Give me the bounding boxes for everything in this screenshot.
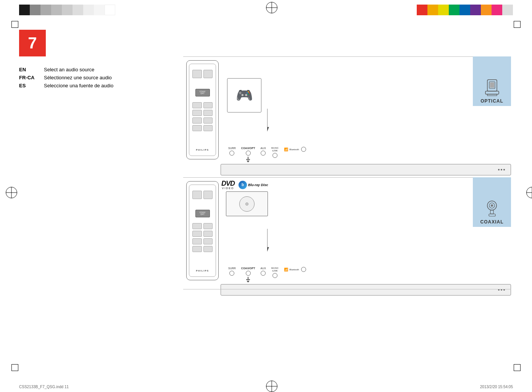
lang-code-en: EN [19,67,36,72]
section-divider-line [183,177,511,178]
svg-rect-4 [490,82,494,88]
color-bar-right [417,5,513,15]
reg-corner-tl [11,21,18,28]
lang-text-en: Select an audio source [44,67,94,72]
svg-point-11 [491,204,493,207]
gaming-console-device: 🎮 [225,74,271,120]
optical-label-box: OPTICAL [473,56,511,106]
remote-2: COAX/OPT PHILIPS [186,181,219,280]
footer-right: 2013/2/20 15:54:05 [480,385,513,389]
page-number: 7 [28,34,37,52]
lang-code-es: ES [19,83,36,88]
optical-label: OPTICAL [480,98,503,104]
disc-logos: DVD VIDEO b Blu-ray Disc [221,180,268,190]
reg-corner-bl [11,364,18,371]
dvd-player [226,191,272,218]
footer-left: CSS2133B_F7_QSG.indd 11 [19,385,69,389]
language-labels: EN Select an audio source FR-CA Sélectio… [19,67,113,91]
remote-1: COAX/OPT PHILIPS [186,60,219,159]
reg-corner-tr [514,21,521,28]
section2-arrow [267,229,298,253]
svg-marker-8 [267,247,269,252]
footer: CSS2133B_F7_QSG.indd 11 2013/2/20 15:54:… [19,385,513,389]
svg-rect-5 [485,91,499,94]
section1-top-line [183,56,511,57]
reg-corner-br [514,364,521,371]
coaxial-label-box: COAXIAL [473,177,511,227]
lang-text-es: Seleccione una fuente de audio [44,83,113,88]
section2-bottom-line [183,289,511,289]
section1-arrow [267,109,298,133]
svg-rect-13 [489,214,495,216]
lang-code-frca: FR-CA [19,75,36,80]
svg-rect-12 [490,210,493,214]
page-number-box: 7 [19,30,46,56]
lang-text-frca: Sélectionnez une source audio [44,75,112,80]
svg-marker-1 [267,127,269,132]
coaxial-label: COAXIAL [480,219,504,225]
color-bar-left [19,5,115,15]
